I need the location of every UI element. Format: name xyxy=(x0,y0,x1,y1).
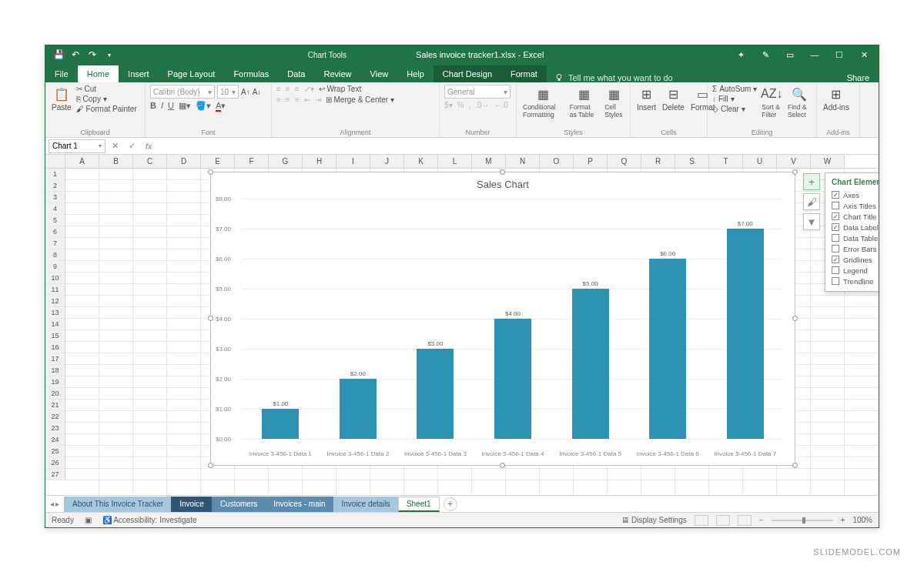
chart-handle-nw[interactable] xyxy=(208,169,213,175)
embedded-chart[interactable]: Sales Chart $0.00$1.00$2.00$3.00$4.00$5.… xyxy=(210,172,795,466)
tab-help[interactable]: Help xyxy=(397,65,434,82)
column-header[interactable]: U xyxy=(743,155,777,168)
dec-decimal-icon[interactable]: ←.0 xyxy=(494,101,508,109)
chart-element-option[interactable]: ✓Chart Title xyxy=(832,211,879,222)
pen-icon[interactable]: ✎ xyxy=(754,46,777,63)
chart-bar[interactable] xyxy=(572,289,609,439)
orientation-icon[interactable]: ⤢▾ xyxy=(304,85,314,93)
formula-input[interactable] xyxy=(159,139,879,153)
effects-icon[interactable]: ✦ xyxy=(729,46,752,63)
column-header[interactable]: O xyxy=(540,155,574,168)
border-button[interactable]: ▦▾ xyxy=(179,101,191,111)
column-header[interactable]: S xyxy=(675,155,709,168)
chart-bar[interactable] xyxy=(727,229,764,439)
percent-icon[interactable]: % xyxy=(457,101,464,109)
sheet-tab[interactable]: Sheet1 xyxy=(398,497,440,512)
chart-bar[interactable] xyxy=(340,379,377,439)
chart-element-option[interactable]: Legend xyxy=(832,265,879,276)
checkbox-icon[interactable]: ✓ xyxy=(832,191,839,199)
maximize-button[interactable]: ☐ xyxy=(828,46,851,63)
fx-icon[interactable]: fx xyxy=(142,142,155,151)
chart-bar[interactable] xyxy=(649,259,686,439)
autosum-button[interactable]: Σ AutoSum ▾ xyxy=(712,85,757,93)
tab-page-layout[interactable]: Page Layout xyxy=(159,65,225,82)
chart-element-option[interactable]: Data Table xyxy=(832,232,879,243)
chart-handle-e[interactable] xyxy=(792,316,798,321)
save-icon[interactable]: 💾 xyxy=(52,48,65,62)
chart-bar[interactable] xyxy=(417,349,454,439)
sheet-nav-prev-icon[interactable]: ◂ xyxy=(50,500,54,508)
tell-me-search[interactable]: Tell me what you want to do xyxy=(547,73,681,82)
chart-handle-w[interactable] xyxy=(208,316,213,321)
accounting-icon[interactable]: $▾ xyxy=(444,101,453,109)
column-header[interactable]: F xyxy=(235,155,269,168)
clear-button[interactable]: ◇ Clear ▾ xyxy=(712,105,757,113)
decrease-font-icon[interactable]: A↓ xyxy=(253,85,262,99)
align-center-icon[interactable]: ≡ xyxy=(286,95,290,104)
column-header[interactable]: N xyxy=(506,155,540,168)
chart-element-option[interactable]: Error Bars xyxy=(832,243,879,254)
share-button[interactable]: Share xyxy=(838,73,879,82)
cancel-formula-icon[interactable]: ✕ xyxy=(109,141,121,151)
chart-element-option[interactable]: ✓Data Labels xyxy=(832,222,879,232)
chart-bar[interactable] xyxy=(262,409,299,439)
underline-button[interactable]: U xyxy=(168,101,174,111)
merge-center-button[interactable]: ⊞ Merge & Center ▾ xyxy=(326,95,395,104)
tab-chart-design[interactable]: Chart Design xyxy=(434,65,501,82)
tab-home[interactable]: Home xyxy=(78,65,119,82)
sheet-tab[interactable]: Invoice xyxy=(171,497,213,512)
checkbox-icon[interactable] xyxy=(832,234,839,242)
indent-dec-icon[interactable]: ⇤ xyxy=(304,95,310,104)
column-header[interactable]: Q xyxy=(608,155,641,168)
chart-filters-button[interactable]: ▼ xyxy=(803,213,820,230)
zoom-in-button[interactable]: + xyxy=(841,516,845,524)
align-bot-icon[interactable]: ≡ xyxy=(295,85,300,93)
sheet-tab[interactable]: About This Invoice Tracker xyxy=(64,497,172,512)
chart-elements-button[interactable]: + xyxy=(803,173,820,190)
checkbox-icon[interactable]: ✓ xyxy=(832,212,839,220)
column-header[interactable]: G xyxy=(269,155,303,168)
name-box[interactable]: Chart 1▾ xyxy=(49,139,105,153)
tab-view[interactable]: View xyxy=(361,65,398,82)
align-right-icon[interactable]: ≡ xyxy=(295,95,300,104)
enter-formula-icon[interactable]: ✓ xyxy=(126,141,138,151)
format-painter-button[interactable]: 🖌Format Painter xyxy=(76,105,137,113)
indent-inc-icon[interactable]: ⇥ xyxy=(315,95,321,104)
conditional-formatting-button[interactable]: ▦Conditional Formatting xyxy=(521,85,565,120)
chart-styles-button[interactable]: 🖌 xyxy=(803,193,820,210)
column-header[interactable]: J xyxy=(370,155,404,168)
italic-button[interactable]: I xyxy=(161,101,163,111)
column-header[interactable]: A xyxy=(65,155,99,168)
column-header[interactable]: M xyxy=(472,155,506,168)
align-left-icon[interactable]: ≡ xyxy=(276,95,281,104)
column-header[interactable]: P xyxy=(574,155,608,168)
sheet-nav-next-icon[interactable]: ▸ xyxy=(55,500,59,508)
close-button[interactable]: ✕ xyxy=(852,46,875,63)
sort-filter-button[interactable]: AZ↓Sort & Filter xyxy=(760,85,783,120)
font-name-combo[interactable]: Calibri (Body)▾ xyxy=(150,85,215,99)
chart-handle-ne[interactable] xyxy=(792,169,798,175)
new-sheet-button[interactable]: + xyxy=(444,497,457,511)
tab-review[interactable]: Review xyxy=(314,65,360,82)
sheet-tab[interactable]: Invoice details xyxy=(333,497,399,512)
ribbon-options-icon[interactable]: ▭ xyxy=(778,46,802,63)
column-header[interactable]: W xyxy=(811,155,845,168)
format-as-table-button[interactable]: ▦Format as Table xyxy=(568,85,601,120)
chart-handle-sw[interactable] xyxy=(208,463,213,468)
column-header[interactable]: C xyxy=(133,155,167,168)
chart-plot-area[interactable]: $0.00$1.00$2.00$3.00$4.00$5.00$6.00$7.00… xyxy=(233,199,784,439)
tab-formulas[interactable]: Formulas xyxy=(224,65,278,82)
view-page-layout-button[interactable] xyxy=(716,515,730,526)
sheet-tab[interactable]: Invoices - main xyxy=(265,497,333,512)
column-header[interactable]: R xyxy=(641,155,675,168)
chart-handle-se[interactable] xyxy=(792,463,798,468)
column-header[interactable]: I xyxy=(336,155,370,168)
chart-element-option[interactable]: Axis Titles xyxy=(832,200,879,211)
chart-title[interactable]: Sales Chart xyxy=(211,172,795,193)
fill-button[interactable]: ↓ Fill ▾ xyxy=(712,95,757,103)
tab-format[interactable]: Format xyxy=(501,65,547,82)
inc-decimal-icon[interactable]: .0→ xyxy=(475,101,489,109)
accessibility-status[interactable]: ♿ Accessibility: Investigate xyxy=(102,516,197,524)
checkbox-icon[interactable] xyxy=(832,277,839,285)
column-header[interactable]: D xyxy=(167,155,201,168)
